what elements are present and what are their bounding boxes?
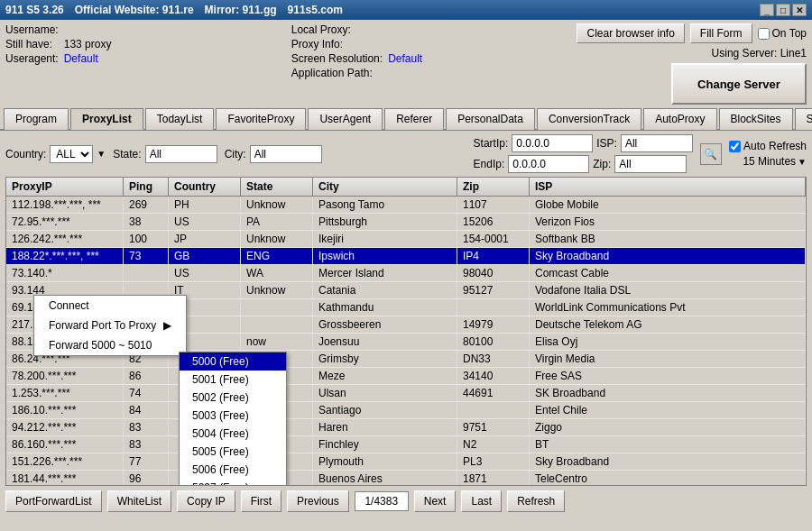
tab-todaylist[interactable]: TodayList (145, 108, 215, 130)
country-filter-select[interactable]: ALL (50, 145, 93, 163)
port-5007[interactable]: 5007 (Free) (180, 479, 286, 486)
table-cell: Globe Mobile (530, 197, 806, 213)
previous-button[interactable]: Previous (287, 490, 349, 512)
fill-form-button[interactable]: Fill Form (690, 23, 752, 43)
port-5005[interactable]: 5005 (Free) (180, 443, 286, 461)
table-cell: 77 (124, 453, 169, 470)
context-forward-port[interactable]: Forward Port To Proxy ▶ 5000 (Free) 5001… (34, 316, 186, 335)
table-cell: Santiago (313, 402, 457, 418)
table-row[interactable]: 181.44.***.***96Buenos Aires1871TeleCent… (6, 471, 806, 485)
maximize-button[interactable]: □ (776, 4, 790, 16)
still-have-label: Still have: (5, 38, 59, 50)
first-button[interactable]: First (241, 490, 281, 512)
table-cell: SK Broadband (530, 385, 806, 401)
table-cell: Unknow (241, 197, 313, 213)
tab-favoriteproxy[interactable]: FavoriteProxy (216, 108, 306, 130)
table-cell: Haren (313, 419, 457, 435)
on-top-checkbox-label[interactable]: On Top (758, 27, 807, 40)
table-cell: IP4 (457, 248, 530, 264)
tab-conversiontrack[interactable]: ConversionTrack (537, 108, 641, 130)
table-cell: 269 (124, 197, 169, 213)
table-row[interactable]: 1.253.***.***74nowUlsan44691SK Broadband (6, 385, 806, 402)
table-cell: Verizon Fios (530, 214, 806, 230)
port-forward-list-button[interactable]: PortForwardList (5, 490, 102, 512)
table-cell: Free SAS (530, 368, 806, 384)
tab-useragent[interactable]: UserAgent (308, 108, 383, 130)
port-5001[interactable]: 5001 (Free) (180, 371, 286, 389)
change-server-button[interactable]: Change Server (671, 63, 807, 105)
table-row[interactable]: 188.22*.***.***, ***73GBENGIpswichIP4Sky… (6, 248, 806, 265)
interval-dropdown-icon[interactable]: ▼ (798, 157, 807, 167)
state-filter-input[interactable] (145, 145, 217, 163)
app-path-label: Application Path: (291, 67, 383, 79)
close-button[interactable]: ✕ (792, 4, 807, 16)
start-ip-input[interactable] (512, 134, 593, 152)
official-website: Official Website: 911.re (75, 4, 194, 16)
table-cell: 34140 (457, 368, 530, 384)
tab-program[interactable]: Program (4, 108, 69, 130)
port-5003[interactable]: 5003 (Free) (180, 407, 286, 425)
table-cell: GB (169, 248, 241, 264)
table-row[interactable]: 151.226.***.***77PlymouthPL3Sky Broadban… (6, 453, 806, 471)
on-top-checkbox[interactable] (758, 28, 770, 40)
table-cell: 154-0001 (457, 231, 530, 247)
table-cell: 80100 (457, 334, 530, 350)
table-cell: 86 (124, 368, 169, 384)
table-cell: N2 (457, 436, 530, 453)
table-row[interactable]: 112.198.***.***, ***269PHUnknowPasong Ta… (6, 197, 806, 214)
table-row[interactable]: 78.200.***.***86CMeze34140Free SAS (6, 368, 806, 385)
next-button[interactable]: Next (414, 490, 457, 512)
table-row[interactable]: 73.140.*USWAMercer Island98040Comcast Ca… (6, 265, 806, 282)
table-row[interactable]: 94.212.***.***83Haren9751Ziggo (6, 419, 806, 436)
table-cell: Ipswich (313, 248, 457, 264)
white-list-button[interactable]: WhiteList (107, 490, 171, 512)
table-cell: 94.212.***.*** (6, 419, 124, 435)
table-cell: 151.226.***.*** (6, 453, 124, 470)
port-5004[interactable]: 5004 (Free) (180, 425, 286, 443)
table-cell: Pittsburgh (313, 214, 457, 230)
table-row[interactable]: 186.10.***.***84SantiagoEntel Chile (6, 402, 806, 419)
isp-filter-input[interactable] (621, 134, 693, 152)
table-cell: 126.242.***.*** (6, 231, 124, 247)
tab-referer[interactable]: Referer (384, 108, 444, 130)
auto-refresh-label[interactable]: Auto Refresh (729, 140, 807, 152)
last-button[interactable]: Last (461, 490, 502, 512)
screen-res-value[interactable]: Default (388, 52, 569, 65)
port-5006[interactable]: 5006 (Free) (180, 461, 286, 479)
port-5002[interactable]: 5002 (Free) (180, 389, 286, 407)
table-cell: 181.44.***.*** (6, 471, 124, 485)
table-cell: PH (169, 197, 241, 213)
table-cell: JP (169, 231, 241, 247)
table-cell: PL3 (457, 453, 530, 470)
table-row[interactable]: 126.242.***.***100JPUnknowIkejiri154-000… (6, 231, 806, 248)
end-ip-input[interactable] (508, 155, 589, 173)
minimize-button[interactable]: _ (760, 4, 774, 16)
table-cell (241, 316, 313, 333)
country-dropdown-icon[interactable]: ▼ (97, 149, 106, 159)
city-filter-input[interactable] (250, 145, 322, 163)
auto-refresh-checkbox[interactable] (729, 141, 741, 152)
context-connect[interactable]: Connect (34, 296, 186, 316)
context-menu: Connect Forward Port To Proxy ▶ 5000 (Fr… (33, 295, 187, 356)
table-row[interactable]: 72.95.***.***38USPAPittsburgh15206Verizo… (6, 214, 806, 231)
tab-settings[interactable]: Settings (795, 108, 812, 130)
zip-filter-input[interactable] (614, 155, 687, 173)
table-cell (124, 265, 169, 281)
local-proxy-label: Local Proxy: (291, 23, 383, 36)
start-ip-label: StartIp: (474, 137, 509, 150)
tab-blocksites[interactable]: BlockSites (719, 108, 793, 130)
tab-personaldata[interactable]: PersonalData (446, 108, 535, 130)
refresh-button[interactable]: Refresh (507, 490, 565, 512)
isp-filter-label: ISP: (596, 137, 617, 150)
table-row[interactable]: 86.160.***.***83FinchleyN2BT (6, 436, 806, 453)
context-forward-range[interactable]: Forward 5000 ~ 5010 (34, 335, 186, 355)
clear-browser-button[interactable]: Clear browser info (577, 23, 684, 43)
port-5000[interactable]: 5000 (Free) (180, 352, 286, 371)
search-icon-button[interactable]: 🔍 (700, 143, 722, 165)
tab-autoproxy[interactable]: AutoProxy (643, 108, 716, 130)
tab-proxylist[interactable]: ProxyList (70, 108, 143, 130)
table-cell: Pasong Tamo (313, 197, 457, 213)
copy-ip-button[interactable]: Copy IP (177, 490, 235, 512)
useragent-value[interactable]: Default (64, 52, 284, 65)
table-cell: Grimsby (313, 351, 457, 367)
